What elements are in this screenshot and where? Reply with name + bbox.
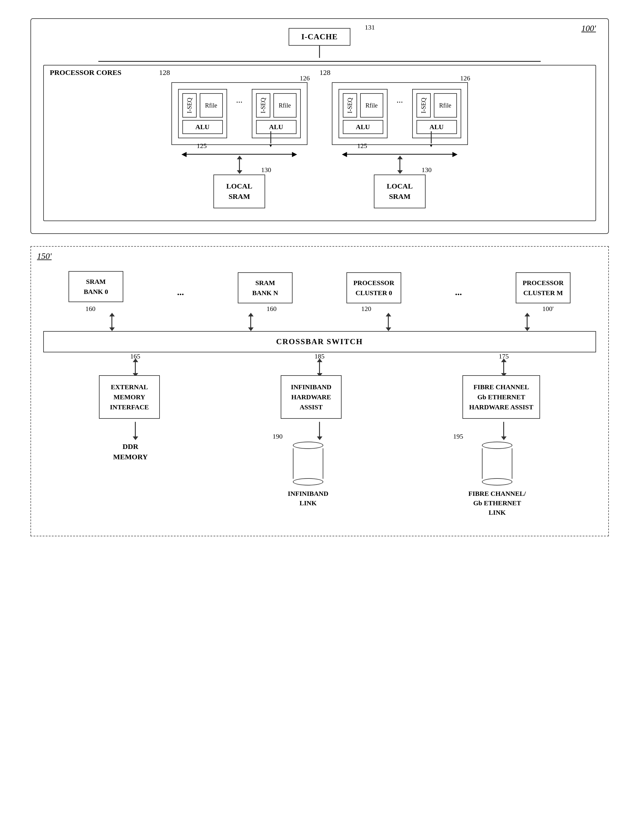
- infiniband-cyl-col: 190 INFINIBANDLINK: [288, 442, 328, 508]
- arrow-v-175: [503, 361, 504, 374]
- ddr-label: DDRMEMORY: [113, 442, 148, 462]
- left-rfile-1: Rfile: [200, 93, 223, 118]
- cyl-bottom-1: [293, 478, 323, 485]
- icache-ref: 131: [365, 24, 375, 31]
- right-group: 128 126 I-SEQ Rfile ALU: [332, 82, 468, 208]
- right-sram: LOCALSRAM: [374, 175, 425, 208]
- core-groups: 128 126 I-SEQ Rfile ALU: [53, 82, 587, 208]
- right-core-1: I-SEQ Rfile ALU: [339, 89, 388, 138]
- fibre-cylinder: [482, 442, 512, 485]
- ref-190: 190: [272, 433, 283, 441]
- dots-1: ...: [177, 287, 184, 303]
- ref-100prime-top: 100': [542, 305, 553, 313]
- top-diagram: 100' 131 I-CACHE PROCESSOR CORES 128: [30, 18, 609, 234]
- right-alu-1: ALU: [343, 120, 383, 134]
- right-core-2-inner: I-SEQ Rfile: [416, 93, 457, 118]
- left-iseq-2: I-SEQ: [256, 93, 270, 118]
- icache-row: 131 I-CACHE: [43, 28, 596, 58]
- arrow-185-group: 185: [315, 352, 324, 374]
- arrow-v-3: [388, 316, 389, 328]
- right-sram-arrow: [399, 159, 401, 171]
- sram-ref-130-right: 130: [422, 166, 432, 174]
- ref-160-2: 160: [266, 305, 277, 313]
- left-group: 128 126 I-SEQ Rfile ALU: [172, 82, 307, 208]
- ddr-memory-col: DDRMEMORY: [113, 442, 148, 462]
- icache-box: I-CACHE: [289, 28, 351, 46]
- left-iseq-1: I-SEQ: [182, 93, 197, 118]
- cyl-body-2: [482, 448, 512, 479]
- sram-bank-0-col: SRAMBANK 0: [68, 271, 123, 303]
- left-cluster: 126 I-SEQ Rfile ALU: [172, 82, 307, 145]
- bottom-items-row: DDRMEMORY 190 INFINIBANDLINK 195: [43, 442, 596, 517]
- right-cluster: 126 I-SEQ Rfile ALU ...: [332, 82, 468, 145]
- sram-bank-0-box: SRAMBANK 0: [68, 271, 123, 302]
- infiniband-hw-box: INFINIBANDHARDWAREASSIST: [281, 375, 342, 419]
- right-core-pair: I-SEQ Rfile ALU ... I-SEQ Rfile: [339, 89, 461, 138]
- arrows-from-crossbar: 165 185 175: [43, 354, 596, 372]
- left-core-pair: I-SEQ Rfile ALU ... I-SEQ: [178, 89, 301, 138]
- infiniband-cylinder: [293, 442, 323, 485]
- right-dots: ...: [394, 95, 406, 105]
- arrow-165-group: 165: [130, 352, 140, 374]
- cluster-126-right: 126: [460, 74, 471, 82]
- left-dots: ...: [233, 95, 246, 105]
- icache-line: [319, 46, 320, 58]
- top-bus-area: [43, 61, 596, 62]
- bottom-diagram-label: 150': [37, 251, 52, 261]
- top-h-bus: [99, 61, 540, 62]
- arrow-v-2: [250, 316, 251, 328]
- arrow-v-1: [111, 316, 112, 328]
- cyl-top-1: [293, 442, 323, 449]
- ref-160-1: 160: [86, 305, 95, 313]
- dots-2: ...: [455, 287, 462, 303]
- ext-memory-box: EXTERNALMEMORYINTERFACE: [99, 375, 160, 419]
- label-128-right: 128: [320, 68, 331, 77]
- left-core-1-inner: I-SEQ Rfile: [182, 93, 223, 118]
- arrows-to-crossbar: [43, 314, 596, 329]
- cluster-126-left: 126: [300, 74, 310, 82]
- fibre-channel-hw-box: FIBRE CHANNELGb ETHERNETHARDWARE ASSIST: [463, 375, 540, 419]
- sram-bank-n-box: SRAMBANK N: [238, 272, 292, 303]
- arrows-bottom: [43, 420, 596, 439]
- right-rfile-2: Rfile: [434, 93, 457, 118]
- left-core-1: I-SEQ Rfile ALU: [178, 89, 227, 138]
- left-sram-container: 130 LOCALSRAM: [213, 175, 265, 208]
- arrow-v-165: [135, 361, 136, 374]
- cyl-body-1: [293, 448, 323, 479]
- proc-cores-label: PROCESSOR CORES: [50, 68, 121, 77]
- bottom-diagram: 150' SRAMBANK 0 ... SRAMBANK N PROCESSOR…: [30, 246, 609, 536]
- cyl-bottom-2: [482, 478, 512, 485]
- arrow-ddr: [135, 422, 136, 437]
- sram-bank-n-col: SRAMBANK N: [238, 272, 292, 303]
- cyl-top-2: [482, 442, 512, 449]
- label-128-left: 128: [159, 68, 170, 77]
- arrow-175-group: 175: [499, 352, 509, 374]
- arrow-fibre: [503, 422, 504, 437]
- crossbar-row: CROSSBAR SWITCH: [43, 331, 596, 352]
- diagram-wrapper: 100' 131 I-CACHE PROCESSOR CORES 128: [30, 18, 609, 536]
- proc-cluster-m-col: PROCESSORCLUSTER M: [516, 272, 571, 303]
- right-core-2: I-SEQ Rfile ALU: [412, 89, 461, 138]
- crossbar-box: CROSSBAR SWITCH: [43, 331, 596, 352]
- right-alu-2: ALU: [416, 120, 457, 134]
- right-sram-container: 130 LOCALSRAM: [374, 175, 425, 208]
- arrow-v-185: [319, 361, 320, 374]
- bus-125-right: 125: [357, 142, 367, 150]
- left-sram-arrow: [239, 159, 240, 171]
- left-rfile-2: Rfile: [273, 93, 297, 118]
- lower-boxes-row: EXTERNALMEMORYINTERFACE INFINIBANDHARDWA…: [43, 375, 596, 419]
- ref-nums-row: 160 . 160 120 . 100': [43, 305, 596, 313]
- left-core-2: I-SEQ Rfile ALU: [252, 89, 301, 138]
- infiniband-label: INFINIBANDLINK: [288, 489, 328, 508]
- arrow-infiniband: [319, 422, 320, 437]
- ref-195: 195: [453, 433, 463, 441]
- left-sram: LOCALSRAM: [213, 175, 265, 208]
- right-core-1-inner: I-SEQ Rfile: [343, 93, 383, 118]
- proc-cores-border: PROCESSOR CORES 128 126 I-SEQ: [43, 65, 596, 221]
- fibre-cyl-col: 195 FIBRE CHANNEL/Gb ETHERNETLINK: [469, 442, 526, 517]
- left-alu-2: ALU: [256, 120, 297, 134]
- proc-cluster-0-col: PROCESSORCLUSTER 0: [347, 272, 401, 303]
- fibre-label: FIBRE CHANNEL/Gb ETHERNETLINK: [469, 489, 526, 517]
- sram-ref-130-left: 130: [261, 166, 271, 174]
- left-alu-1: ALU: [182, 120, 223, 134]
